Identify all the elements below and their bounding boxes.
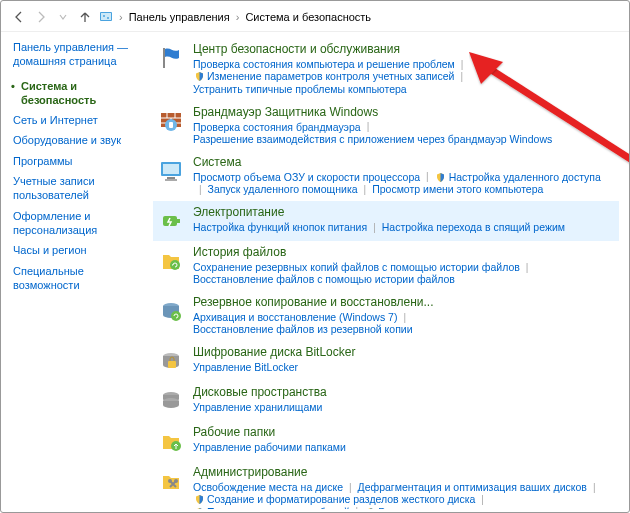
svg-rect-1 <box>101 13 111 20</box>
firewall-icon <box>157 107 185 135</box>
svg-point-2 <box>103 15 105 17</box>
breadcrumb-item[interactable]: Система и безопасность <box>245 11 371 23</box>
breadcrumb-item[interactable]: Панель управления <box>129 11 230 23</box>
category-link[interactable]: Настройка удаленного доступа <box>435 171 601 184</box>
svg-rect-14 <box>163 164 179 174</box>
link-separator: | <box>587 482 602 493</box>
category: СистемаПросмотр объема ОЗУ и скорости пр… <box>153 151 619 202</box>
category-link[interactable]: Управление хранилищами <box>193 401 322 413</box>
category-link[interactable]: Настройка функций кнопок питания <box>193 221 367 233</box>
category: Шифрование диска BitLockerУправление Bit… <box>153 341 619 381</box>
svg-point-21 <box>171 311 181 321</box>
link-separator: | <box>343 482 358 493</box>
svg-rect-12 <box>169 122 173 128</box>
back-button[interactable] <box>11 9 27 25</box>
main-content: Центр безопасности и обслуживанияПроверк… <box>149 32 629 509</box>
category-title[interactable]: Рабочие папки <box>193 425 615 439</box>
link-separator: | <box>358 184 373 195</box>
category-title[interactable]: Центр безопасности и обслуживания <box>193 42 615 56</box>
svg-rect-23 <box>168 361 176 368</box>
chevron-right-icon: › <box>234 11 242 23</box>
category-title[interactable]: Система <box>193 155 615 169</box>
svg-rect-4 <box>163 48 165 68</box>
category-title[interactable]: Администрирование <box>193 465 615 479</box>
svg-point-27 <box>168 479 172 483</box>
control-panel-icon <box>99 10 113 24</box>
shield-icon <box>193 71 205 83</box>
category-link[interactable]: Проверка состояния брандмауэра <box>193 121 361 133</box>
forward-button[interactable] <box>33 9 49 25</box>
link-separator: | <box>397 312 412 323</box>
svg-rect-16 <box>165 179 177 181</box>
svg-point-3 <box>107 17 109 19</box>
category: История файловСохранение резервных копий… <box>153 241 619 291</box>
sidebar-item[interactable]: Специальные возможности <box>13 264 143 293</box>
chevron-right-icon: › <box>117 11 125 23</box>
category-link[interactable]: Расписание выполнения задач <box>364 506 529 510</box>
category-link[interactable]: Восстановление файлов из резервной копии <box>193 323 413 335</box>
svg-point-28 <box>174 479 178 483</box>
category-link[interactable]: Изменение параметров контроля учетных за… <box>193 70 454 83</box>
category-link[interactable]: Просмотр журналов событий <box>193 506 350 510</box>
category-link[interactable]: Просмотр объема ОЗУ и скорости процессор… <box>193 171 420 183</box>
category-link[interactable]: Управление BitLocker <box>193 361 298 373</box>
category-link[interactable]: Сохранение резервных копий файлов с помо… <box>193 261 520 273</box>
category-link[interactable]: Настройка перехода в спящий режим <box>382 221 565 233</box>
sidebar-item[interactable]: Программы <box>13 154 143 168</box>
filehistory-icon <box>157 247 185 275</box>
shield-icon <box>364 506 376 509</box>
admintools-icon <box>157 467 185 495</box>
category-link[interactable]: Разрешение взаимодействия с приложением … <box>193 133 552 145</box>
recent-dropdown[interactable] <box>55 9 71 25</box>
sidebar-home[interactable]: Панель управления — домашняя страница <box>13 40 143 69</box>
sidebar-item[interactable]: Оформление и персонализация <box>13 209 143 238</box>
category-link[interactable]: Устранить типичные проблемы компьютера <box>193 83 407 95</box>
category-title[interactable]: История файлов <box>193 245 615 259</box>
link-separator: | <box>520 262 535 273</box>
category-link[interactable]: Запуск удаленного помощника <box>208 183 358 195</box>
shield-icon <box>193 494 205 506</box>
sidebar-item[interactable]: Оборудование и звук <box>13 133 143 147</box>
category-link[interactable]: Проверка состояния компьютера и решение … <box>193 58 455 70</box>
category: Резервное копирование и восстановлени...… <box>153 291 619 341</box>
category-title[interactable]: Брандмауэр Защитника Windows <box>193 105 615 119</box>
breadcrumb[interactable]: › Панель управления › Система и безопасн… <box>99 10 371 24</box>
storage-icon <box>157 387 185 415</box>
link-separator: | <box>350 506 365 509</box>
sidebar-item[interactable]: Сеть и Интернет <box>13 113 143 127</box>
category-link[interactable]: Дефрагментация и оптимизация ваших диско… <box>358 481 587 493</box>
category-link[interactable]: Архивация и восстановление (Windows 7) <box>193 311 397 323</box>
power-icon <box>157 207 185 235</box>
link-separator: | <box>420 171 435 182</box>
sidebar-item[interactable]: Учетные записи пользователей <box>13 174 143 203</box>
link-separator: | <box>361 121 376 132</box>
category: ЭлектропитаниеНастройка функций кнопок п… <box>153 201 619 241</box>
link-separator: | <box>367 222 382 233</box>
category-title[interactable]: Дисковые пространства <box>193 385 615 399</box>
svg-rect-18 <box>177 219 180 223</box>
toolbar: › Панель управления › Система и безопасн… <box>1 1 629 32</box>
link-separator: | <box>455 59 470 70</box>
workfolders-icon <box>157 427 185 455</box>
link-separator: | <box>193 184 208 195</box>
category: АдминистрированиеОсвобождение места на д… <box>153 461 619 509</box>
category-link[interactable]: Освобождение места на диске <box>193 481 343 493</box>
category-title[interactable]: Шифрование диска BitLocker <box>193 345 615 359</box>
category-title[interactable]: Электропитание <box>193 205 615 219</box>
category-title[interactable]: Резервное копирование и восстановлени... <box>193 295 615 309</box>
category-link[interactable]: Управление рабочими папками <box>193 441 346 453</box>
sidebar-item[interactable]: Система и безопасность <box>13 79 143 108</box>
up-button[interactable] <box>77 9 93 25</box>
link-separator: | <box>475 494 490 505</box>
category-link[interactable]: Создание и форматирование разделов жестк… <box>193 493 475 506</box>
category: Брандмауэр Защитника WindowsПроверка сос… <box>153 101 619 151</box>
category-link[interactable]: Восстановление файлов с помощью истории … <box>193 273 455 285</box>
shield-icon <box>193 506 205 509</box>
svg-point-19 <box>170 260 180 270</box>
sidebar: Панель управления — домашняя страница Си… <box>1 32 149 509</box>
category: Центр безопасности и обслуживанияПроверк… <box>153 38 619 101</box>
system-icon <box>157 157 185 185</box>
category-link[interactable]: Просмотр имени этого компьютера <box>372 183 543 195</box>
sidebar-item[interactable]: Часы и регион <box>13 243 143 257</box>
backup-icon <box>157 297 185 325</box>
